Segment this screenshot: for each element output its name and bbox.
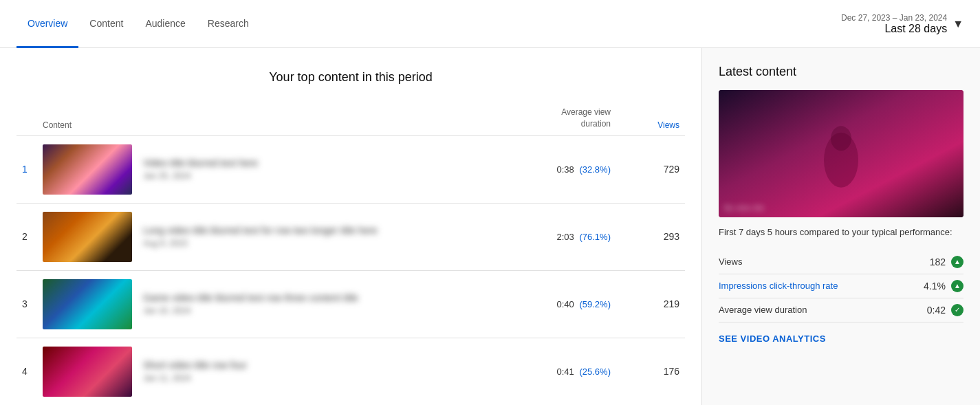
main-layout: Your top content in this period Content … <box>0 48 980 405</box>
row-thumbnail <box>43 347 132 397</box>
tab-content[interactable]: Content <box>78 1 134 48</box>
table-row[interactable]: 4 Short video title row four Jan 11, 202… <box>17 338 685 405</box>
date-range-dates: Dec 27, 2023 – Jan 23, 2024 <box>841 13 947 23</box>
stats-value-avg-duration: 0:42 <box>927 305 946 316</box>
row-thumbnail <box>43 212 132 262</box>
row-rank: 2 <box>22 231 43 242</box>
stats-row-avg-duration: Average view duration 0:42 ✓ <box>719 298 963 322</box>
row-date: Jan 25, 2024 <box>143 171 501 181</box>
row-date: Jan 11, 2024 <box>143 373 501 383</box>
sidebar-title: Latest content <box>719 65 963 79</box>
row-views: 176 <box>611 366 679 377</box>
date-range-label: Last 28 days <box>841 23 947 35</box>
row-title: Long video title blurred text for row tw… <box>143 225 501 236</box>
col-header-content: Content <box>43 120 501 130</box>
row-avg-duration: 0:38 (32.8%) <box>501 164 611 175</box>
tab-overview[interactable]: Overview <box>17 1 78 48</box>
sidebar: Latest content <box>701 48 980 405</box>
stats-value-views: 182 <box>930 256 946 267</box>
row-views: 729 <box>611 164 679 175</box>
checkmark-icon: ✓ <box>951 304 963 316</box>
svg-point-2 <box>831 126 851 151</box>
row-info: Long video title blurred text for row tw… <box>143 225 501 248</box>
up-arrow-icon: ▲ <box>951 280 963 292</box>
table-header: Content Average viewduration Views <box>17 107 685 136</box>
stats-label-avg-duration: Average view duration <box>719 305 927 315</box>
row-title: Video title blurred text here <box>143 157 501 168</box>
row-thumbnail <box>43 279 132 329</box>
row-info: Short video title row four Jan 11, 2024 <box>143 360 501 383</box>
latest-thumb-label: My video title <box>724 204 764 212</box>
date-range-text: Dec 27, 2023 – Jan 23, 2024 Last 28 days <box>841 13 947 35</box>
table-row[interactable]: 3 Game video title blurred text row thre… <box>17 271 685 338</box>
stats-row-ctr: Impressions click-through rate 4.1% ▲ <box>719 274 963 298</box>
table-row[interactable]: 1 Video title blurred text here Jan 25, … <box>17 136 685 204</box>
content-area: Your top content in this period Content … <box>0 48 701 405</box>
row-thumbnail <box>43 144 132 195</box>
row-avg-duration: 2:03 (76.1%) <box>501 232 611 242</box>
row-avg-duration: 0:40 (59.2%) <box>501 299 611 309</box>
stats-row-views: Views 182 ▲ <box>719 250 963 274</box>
latest-thumb-inner: My video title <box>719 90 963 217</box>
row-views: 219 <box>611 298 679 309</box>
row-date: Aug 9, 2023 <box>143 239 501 248</box>
row-avg-duration: 0:41 (25.6%) <box>501 366 611 377</box>
date-range-selector[interactable]: Dec 27, 2023 – Jan 23, 2024 Last 28 days… <box>841 13 963 35</box>
row-views: 293 <box>611 231 679 242</box>
row-title: Short video title row four <box>143 360 501 371</box>
stats-label-views: Views <box>719 256 930 267</box>
row-date: Jan 10, 2024 <box>143 306 501 316</box>
col-header-avg-view: Average viewduration <box>501 107 611 130</box>
row-info: Game video title blurred text row three … <box>143 292 501 316</box>
col-header-views[interactable]: Views <box>611 120 679 130</box>
stats-label-ctr: Impressions click-through rate <box>719 281 924 291</box>
row-info: Video title blurred text here Jan 25, 20… <box>143 157 501 181</box>
section-title: Your top content in this period <box>17 70 685 85</box>
top-navigation: Overview Content Audience Research Dec 2… <box>0 0 980 48</box>
row-rank: 3 <box>22 298 43 309</box>
see-video-analytics-link[interactable]: SEE VIDEO ANALYTICS <box>719 333 826 344</box>
table-row[interactable]: 2 Long video title blurred text for row … <box>17 204 685 271</box>
stats-value-ctr: 4.1% <box>924 281 946 292</box>
latest-thumbnail[interactable]: My video title <box>719 90 963 217</box>
tab-audience[interactable]: Audience <box>134 1 196 48</box>
up-arrow-icon: ▲ <box>951 256 963 268</box>
row-rank: 4 <box>22 366 43 377</box>
sidebar-description: First 7 days 5 hours compared to your ty… <box>719 226 963 239</box>
row-rank: 1 <box>22 164 43 175</box>
row-title: Game video title blurred text row three … <box>143 292 501 303</box>
chevron-down-icon: ▼ <box>952 18 963 30</box>
tab-research[interactable]: Research <box>197 1 260 48</box>
